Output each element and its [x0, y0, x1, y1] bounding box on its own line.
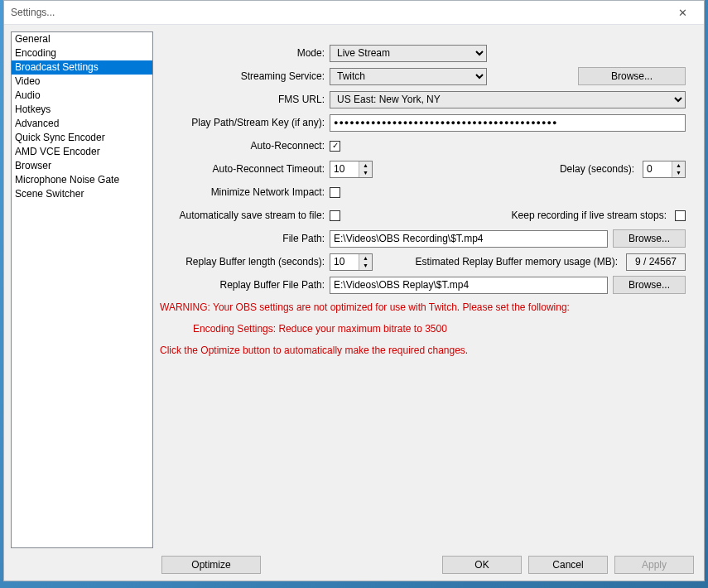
- minimize-network-checkbox[interactable]: [330, 187, 340, 198]
- sidebar-item-audio[interactable]: Audio: [12, 89, 152, 103]
- minimize-network-label: Minimize Network Impact:: [160, 186, 330, 198]
- sidebar-item-microphone-noise-gate[interactable]: Microphone Noise Gate: [12, 173, 152, 187]
- settings-window: Settings... ✕ GeneralEncodingBroadcast S…: [3, 0, 705, 581]
- spinner-down-icon[interactable]: ▼: [672, 169, 685, 177]
- warning-line-1: WARNING: Your OBS settings are not optim…: [160, 300, 686, 315]
- replay-buffer-length-label: Replay Buffer length (seconds):: [160, 256, 330, 267]
- keep-recording-label: Keep recording if live stream stops:: [512, 210, 670, 221]
- replay-buffer-length-spinner[interactable]: ▲ ▼: [330, 253, 373, 271]
- stream-key-input[interactable]: [330, 114, 686, 132]
- replay-file-path-label: Replay Buffer File Path:: [160, 279, 330, 291]
- spinner-up-icon[interactable]: ▲: [359, 254, 372, 263]
- stream-key-label: Play Path/Stream Key (if any):: [160, 117, 330, 128]
- replay-buffer-length-input[interactable]: [330, 254, 359, 270]
- close-icon[interactable]: ✕: [664, 4, 701, 21]
- browse-service-button[interactable]: Browse...: [578, 67, 686, 85]
- spinner-down-icon[interactable]: ▼: [359, 169, 372, 177]
- ok-button[interactable]: OK: [442, 556, 522, 574]
- sidebar-item-general[interactable]: General: [12, 32, 152, 46]
- auto-save-label: Automatically save stream to file:: [160, 210, 330, 221]
- sidebar-item-video[interactable]: Video: [12, 75, 152, 89]
- file-path-input[interactable]: [330, 230, 608, 248]
- delay-spinner[interactable]: ▲ ▼: [643, 161, 686, 178]
- file-path-label: File Path:: [160, 233, 330, 244]
- replay-file-path-input[interactable]: [330, 277, 608, 294]
- settings-category-list[interactable]: GeneralEncodingBroadcast SettingsVideoAu…: [11, 31, 153, 548]
- auto-save-checkbox[interactable]: [330, 210, 340, 221]
- sidebar-item-broadcast-settings[interactable]: Broadcast Settings: [12, 60, 152, 75]
- delay-input[interactable]: [643, 161, 672, 177]
- est-replay-usage-label: Estimated Replay Buffer memory usage (MB…: [415, 256, 621, 267]
- browse-replay-path-button[interactable]: Browse...: [613, 276, 686, 294]
- titlebar: Settings... ✕: [4, 1, 704, 24]
- fms-url-label: FMS URL:: [160, 94, 330, 105]
- auto-reconnect-timeout-spinner[interactable]: ▲ ▼: [330, 161, 373, 178]
- mode-select[interactable]: Live Stream: [330, 45, 487, 62]
- streaming-service-label: Streaming Service:: [160, 70, 330, 82]
- auto-reconnect-label: Auto-Reconnect:: [160, 140, 330, 152]
- auto-reconnect-timeout-label: Auto-Reconnect Timeout:: [160, 163, 330, 175]
- est-replay-usage-value: 9 / 24567: [626, 253, 686, 271]
- window-title: Settings...: [11, 7, 664, 18]
- streaming-service-select[interactable]: Twitch: [330, 68, 487, 85]
- sidebar-item-encoding[interactable]: Encoding: [12, 46, 152, 60]
- warning-line-3: Click the Optimize button to automatical…: [160, 343, 686, 358]
- sidebar-item-amd-vce-encoder[interactable]: AMD VCE Encoder: [12, 145, 152, 159]
- spinner-down-icon[interactable]: ▼: [359, 262, 372, 270]
- browse-file-path-button[interactable]: Browse...: [613, 229, 686, 248]
- sidebar-item-browser[interactable]: Browser: [12, 159, 152, 173]
- warning-line-2: Encoding Settings: Reduce your maximum b…: [160, 321, 686, 336]
- spinner-up-icon[interactable]: ▲: [359, 161, 372, 170]
- auto-reconnect-timeout-input[interactable]: [330, 161, 359, 177]
- optimize-button[interactable]: Optimize: [161, 556, 261, 574]
- apply-button[interactable]: Apply: [614, 556, 694, 574]
- delay-label: Delay (seconds):: [560, 163, 638, 175]
- sidebar-item-advanced[interactable]: Advanced: [12, 117, 152, 131]
- warning-block: WARNING: Your OBS settings are not optim…: [160, 300, 686, 358]
- sidebar-item-quick-sync-encoder[interactable]: Quick Sync Encoder: [12, 131, 152, 145]
- fms-url-select[interactable]: US East: New York, NY: [330, 91, 686, 108]
- mode-label: Mode:: [160, 47, 330, 59]
- auto-reconnect-checkbox[interactable]: ✓: [330, 141, 340, 152]
- sidebar-item-scene-switcher[interactable]: Scene Switcher: [12, 187, 152, 201]
- dialog-button-bar: Optimize OK Cancel Apply: [4, 554, 704, 581]
- spinner-up-icon[interactable]: ▲: [672, 161, 685, 170]
- keep-recording-checkbox[interactable]: [675, 210, 686, 221]
- sidebar-item-hotkeys[interactable]: Hotkeys: [12, 103, 152, 117]
- cancel-button[interactable]: Cancel: [528, 556, 608, 574]
